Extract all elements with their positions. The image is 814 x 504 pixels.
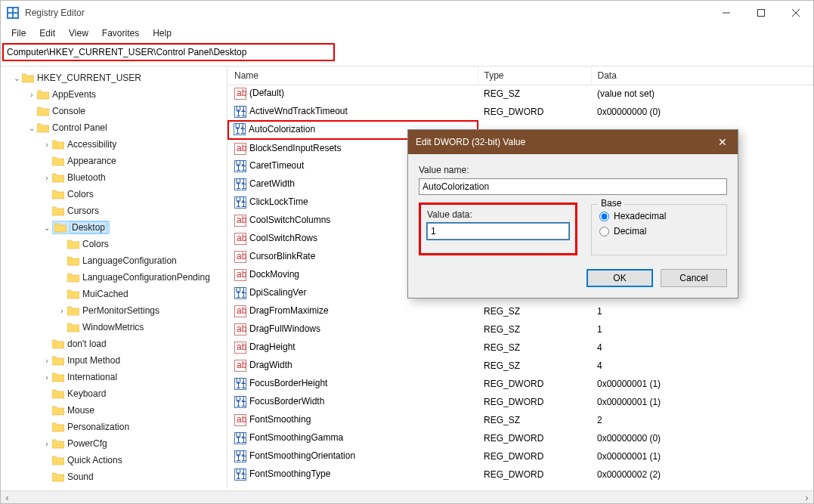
menu-file[interactable]: File xyxy=(5,26,32,40)
tree-item-keyboard[interactable]: Keyboard xyxy=(1,385,227,402)
tree-item-don-t-load[interactable]: don't load xyxy=(1,335,227,352)
tree-item-powercfg[interactable]: PowerCfg xyxy=(1,435,227,452)
tree-item-permonitorsettings[interactable]: PerMonitorSettings xyxy=(1,302,227,319)
chevron-icon[interactable] xyxy=(26,122,37,133)
svg-text:ab: ab xyxy=(237,251,246,261)
tree-item-colors[interactable]: Colors xyxy=(1,186,227,203)
tree-item-console[interactable]: Console xyxy=(1,103,227,119)
tree-item-muicached[interactable]: MuiCached xyxy=(1,286,227,302)
dialog-close-icon[interactable]: ✕ xyxy=(715,136,730,148)
value-data-input[interactable] xyxy=(427,223,569,240)
col-type[interactable]: Type xyxy=(478,66,591,85)
svg-rect-3 xyxy=(8,14,12,17)
address-input[interactable] xyxy=(7,47,330,57)
tree-item-windowmetrics[interactable]: WindowMetrics xyxy=(1,319,227,335)
svg-text:110: 110 xyxy=(235,125,246,135)
svg-text:ab: ab xyxy=(237,233,246,243)
col-name[interactable]: Name xyxy=(228,66,478,85)
chevron-icon[interactable] xyxy=(42,372,52,382)
tree-item-label: Accessibility xyxy=(67,139,116,150)
tree-view[interactable]: HKEY_CURRENT_USERAppEventsConsoleControl… xyxy=(1,66,227,488)
scroll-right-icon[interactable]: › xyxy=(800,491,813,504)
tree-item-appevents[interactable]: AppEvents xyxy=(1,86,227,103)
tree-item-label: Console xyxy=(52,106,85,116)
menu-help[interactable]: Help xyxy=(147,26,178,40)
tree-item-label: MuiCached xyxy=(82,289,128,299)
svg-text:ab: ab xyxy=(237,342,246,352)
value-row[interactable]: 011110FontSmoothingOrientationREG_DWORD0… xyxy=(228,447,813,465)
title-bar: Registry Editor xyxy=(1,1,813,25)
chevron-icon[interactable] xyxy=(42,172,52,183)
value-row[interactable]: ab(Default)REG_SZ(value not set) xyxy=(228,85,813,103)
svg-text:ab: ab xyxy=(237,305,246,316)
value-name-input[interactable] xyxy=(419,178,727,195)
tree-item-cursors[interactable]: Cursors xyxy=(1,203,227,219)
value-data-highlight: Value data: xyxy=(419,203,577,255)
horizontal-scrollbar[interactable]: ‹ › xyxy=(1,490,813,503)
svg-text:ab: ab xyxy=(237,414,246,425)
tree-item-label: Colors xyxy=(82,239,109,249)
tree-item-label: Quick Actions xyxy=(67,455,122,465)
svg-text:ab: ab xyxy=(237,269,246,280)
tree-item-colors[interactable]: Colors xyxy=(1,236,227,252)
cancel-button[interactable]: Cancel xyxy=(661,269,727,287)
value-row[interactable]: abFontSmoothingREG_SZ2 xyxy=(228,411,813,429)
chevron-icon[interactable] xyxy=(11,73,22,83)
tree-item-label: PowerCfg xyxy=(67,438,107,449)
tree-item-bluetooth[interactable]: Bluetooth xyxy=(1,169,227,186)
radio-dec[interactable]: Decimal xyxy=(599,226,719,237)
radio-hex-input[interactable] xyxy=(599,212,609,221)
tree-item-label: Sound xyxy=(67,472,94,482)
minimize-button[interactable] xyxy=(709,1,744,25)
chevron-icon[interactable] xyxy=(42,438,52,449)
value-row[interactable]: abDragHeightREG_SZ4 xyxy=(228,339,813,357)
value-row[interactable]: 011110FocusBorderHeightREG_DWORD0x000000… xyxy=(228,375,813,393)
value-name-label: Value name: xyxy=(419,165,727,175)
tree-item-label: Colors xyxy=(67,189,94,199)
chevron-icon[interactable] xyxy=(42,139,52,150)
value-row[interactable]: abDragWidthREG_SZ4 xyxy=(228,357,813,375)
svg-text:ab: ab xyxy=(237,88,246,98)
value-row[interactable]: 011110FontSmoothingGammaREG_DWORD0x00000… xyxy=(228,429,813,447)
scroll-left-icon[interactable]: ‹ xyxy=(1,491,14,504)
menu-view[interactable]: View xyxy=(63,26,94,40)
base-group: Base Hexadecimal Decimal xyxy=(591,204,727,255)
chevron-icon[interactable] xyxy=(42,222,52,233)
tree-item-label: Personalization xyxy=(67,422,129,432)
tree-item-appearance[interactable]: Appearance xyxy=(1,153,227,169)
tree-item-input-method[interactable]: Input Method xyxy=(1,352,227,369)
value-row[interactable]: 011110FocusBorderWidthREG_DWORD0x0000000… xyxy=(228,393,813,411)
chevron-icon[interactable] xyxy=(42,355,52,366)
tree-item-personalization[interactable]: Personalization xyxy=(1,419,227,435)
tree-item-control-panel[interactable]: Control Panel xyxy=(1,119,227,136)
ok-button[interactable]: OK xyxy=(587,269,653,287)
tree-item-sound[interactable]: Sound xyxy=(1,468,227,485)
svg-text:ab: ab xyxy=(237,215,246,225)
value-row[interactable]: abDragFullWindowsREG_SZ1 xyxy=(228,320,813,339)
col-data[interactable]: Data xyxy=(591,66,813,85)
value-row[interactable]: 011110ActiveWndTrackTimeoutREG_DWORD0x00… xyxy=(228,103,813,121)
dialog-titlebar[interactable]: Edit DWORD (32-bit) Value ✕ xyxy=(408,130,738,154)
menu-edit[interactable]: Edit xyxy=(33,26,61,40)
chevron-icon[interactable] xyxy=(26,89,37,100)
tree-item-accessibility[interactable]: Accessibility xyxy=(1,136,227,153)
menu-bar: File Edit View Favorites Help xyxy=(1,25,813,42)
tree-item-label: don't load xyxy=(67,339,107,349)
chevron-icon[interactable] xyxy=(57,305,67,316)
tree-item-hkey-current-user[interactable]: HKEY_CURRENT_USER xyxy=(1,70,227,86)
close-button[interactable] xyxy=(778,1,813,25)
svg-text:110: 110 xyxy=(236,199,246,209)
radio-dec-input[interactable] xyxy=(599,227,609,237)
radio-hex[interactable]: Hexadecimal xyxy=(599,211,719,221)
tree-item-international[interactable]: International xyxy=(1,369,227,385)
value-row[interactable]: 011110FontSmoothingTypeREG_DWORD0x000000… xyxy=(228,465,813,484)
tree-item-label: PerMonitorSettings xyxy=(82,305,159,316)
tree-item-languageconfigurationpending[interactable]: LanguageConfigurationPending xyxy=(1,269,227,286)
maximize-button[interactable] xyxy=(744,1,778,25)
menu-favorites[interactable]: Favorites xyxy=(96,26,145,40)
tree-item-quick-actions[interactable]: Quick Actions xyxy=(1,452,227,468)
tree-item-mouse[interactable]: Mouse xyxy=(1,402,227,419)
tree-item-languageconfiguration[interactable]: LanguageConfiguration xyxy=(1,252,227,269)
tree-item-desktop[interactable]: Desktop xyxy=(1,219,227,236)
value-row[interactable]: abDragFromMaximizeREG_SZ1 xyxy=(228,302,813,320)
